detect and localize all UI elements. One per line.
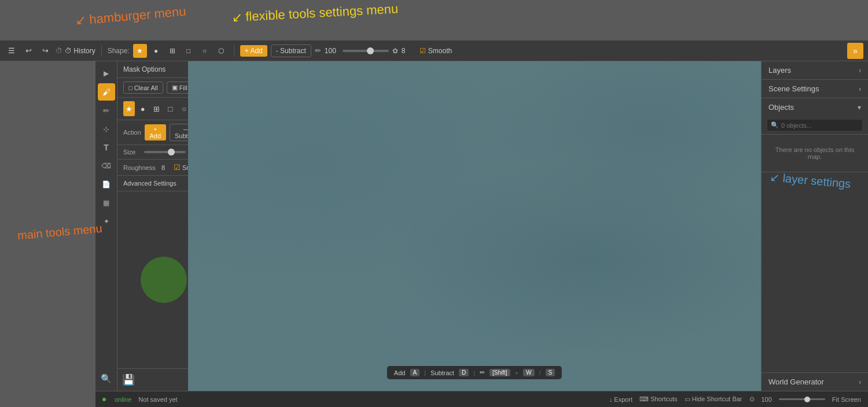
zoom-value: 100 — [762, 396, 772, 403]
stamp-tool-icon[interactable]: ⊹ — [98, 120, 115, 138]
canvas-area: Add A | Subtract D | ✏ [Shift] + W / S — [188, 61, 761, 391]
fit-screen-button[interactable]: Fit Screen — [832, 396, 861, 403]
grid-tool-icon[interactable]: ▦ — [98, 194, 115, 212]
objects-arrow: ▾ — [858, 103, 861, 112]
world-generator-arrow: › — [859, 378, 861, 386]
smooth-check-icon[interactable]: ☑ — [174, 163, 181, 172]
layers-header[interactable]: Layers › — [762, 61, 868, 79]
shape-hexagon-btn[interactable]: ⬡ — [214, 44, 228, 58]
layers-label: Layers — [768, 66, 791, 75]
search-icon: 🔍 — [771, 121, 779, 129]
objects-label: Objects — [768, 103, 794, 112]
advanced-label: Advanced Settings — [123, 180, 176, 187]
clear-all-label: Clear All — [134, 84, 158, 91]
brush-preview — [141, 257, 187, 303]
magic-tool-icon[interactable]: ✦ — [98, 213, 115, 230]
roughness-val: 8 — [161, 164, 170, 171]
action-label: Action — [123, 129, 141, 136]
shortcut-subtract-label: Subtract — [431, 369, 454, 376]
shortcuts-button[interactable]: ⌨ Shortcuts — [639, 395, 678, 403]
shortcut-shift-key: [Shift] — [490, 369, 510, 376]
zoom-icon: ⊙ — [749, 395, 755, 403]
right-panel: Layers › Scene Settings › Objects ▾ 🔍 Th… — [761, 61, 868, 391]
shape-star-btn[interactable]: ★ — [133, 44, 147, 58]
toolbar-right: » — [847, 43, 863, 59]
redo-button[interactable]: ↪ — [39, 45, 52, 57]
mask-options-label: Mask Options — [123, 65, 165, 73]
size-label: Size — [123, 149, 141, 156]
status-right: ↓ Export ⌨ Shortcuts ▭ Hide Shortcut Bar… — [609, 395, 861, 403]
not-saved-status: Not saved yet — [138, 396, 177, 403]
toolbar-subtract-button[interactable]: - Subtract — [271, 45, 311, 57]
panel-circle-btn[interactable]: ● — [137, 101, 149, 116]
shortcut-add-label: Add — [394, 369, 406, 376]
feather-icon: ✿ — [392, 47, 398, 55]
shape-label: Shape: — [108, 47, 130, 55]
scene-settings-label: Scene Settings — [768, 84, 819, 93]
panel-size-slider[interactable] — [144, 151, 186, 153]
roughness-label: Roughness — [123, 164, 158, 171]
save-button[interactable]: 💾 — [122, 373, 135, 386]
canvas-texture[interactable] — [188, 61, 761, 391]
layers-arrow: › — [859, 66, 861, 75]
paint-tool-icon[interactable]: 🖌 — [98, 83, 115, 101]
shortcut-s-key: S — [546, 369, 556, 376]
zoom-slider[interactable] — [779, 398, 825, 400]
toolbar-divider-1 — [101, 45, 102, 57]
right-panel-spacer — [762, 172, 868, 372]
zoom-thumb — [804, 397, 810, 402]
shape-tools: ★ ● ⊞ □ ○ ⬡ — [133, 44, 228, 58]
clear-all-button[interactable]: □ Clear All — [123, 82, 163, 94]
online-status: online — [115, 396, 131, 403]
file-tool-icon[interactable]: 📄 — [98, 176, 115, 193]
flexible-tools-annotation: ↙ flexible tools settings menu — [231, 1, 399, 25]
pencil-tool-icon[interactable]: ✏ — [98, 102, 115, 119]
history-label: ⏱ History — [65, 47, 95, 55]
status-bar: online Not saved yet ↓ Export ⌨ Shortcut… — [95, 391, 868, 407]
size-slider-thumb — [367, 47, 374, 54]
shape-oval-btn[interactable]: ○ — [198, 44, 212, 58]
shortcut-bar: Add A | Subtract D | ✏ [Shift] + W / S — [387, 366, 562, 379]
smooth-checkbox[interactable]: ☑ — [420, 47, 426, 55]
objects-header[interactable]: Objects ▾ — [762, 98, 868, 116]
hide-shortcut-button[interactable]: ▭ Hide Shortcut Bar — [685, 395, 742, 403]
toolbar-add-button[interactable]: + Add — [240, 45, 267, 57]
shape-square-btn[interactable]: □ — [182, 44, 196, 58]
panel-size-thumb — [168, 149, 175, 156]
panel-square-btn[interactable]: □ — [164, 101, 176, 116]
objects-search-area: 🔍 — [762, 116, 868, 135]
shortcut-add-key: A — [410, 369, 420, 376]
main-tools-annotation: main tools menu — [17, 222, 102, 243]
scene-settings-arrow: › — [859, 85, 861, 93]
shape-grid-btn[interactable]: ⊞ — [165, 44, 179, 58]
expand-button[interactable]: » — [847, 43, 863, 59]
zoom-tool-icon[interactable]: 🔍 — [98, 370, 115, 387]
search-input-wrap: 🔍 — [767, 120, 862, 131]
panel-star-btn[interactable]: ★ — [123, 101, 135, 116]
left-sidebar: ▶ 🖌 ✏ ⊹ T ⌫ 📄 ▦ ✦ 🔍 — [95, 61, 117, 391]
select-tool-icon[interactable]: ▶ — [98, 65, 115, 82]
world-generator-label: World Generator — [768, 378, 824, 386]
objects-section: Objects ▾ 🔍 There are no objects on this… — [762, 98, 868, 172]
eraser-tool-icon[interactable]: ⌫ — [98, 157, 115, 175]
fill-icon: ▣ — [172, 84, 178, 91]
size-slider[interactable] — [343, 50, 389, 52]
panel-grid-btn[interactable]: ⊞ — [151, 101, 163, 116]
layers-section: Layers › — [762, 61, 868, 80]
shortcut-subtract-key: D — [459, 369, 469, 376]
export-button[interactable]: ↓ Export — [609, 396, 632, 403]
text-tool-icon[interactable]: T — [98, 139, 115, 156]
hamburger-button[interactable]: ☰ — [5, 45, 19, 57]
world-generator-header[interactable]: World Generator › — [762, 373, 868, 391]
no-objects-message: There are no objects on this map. — [762, 135, 868, 172]
scene-settings-section: Scene Settings › — [762, 80, 868, 98]
panel-add-button[interactable]: + Add — [145, 124, 166, 140]
undo-button[interactable]: ↩ — [22, 45, 35, 57]
world-generator-section: World Generator › — [762, 372, 868, 391]
status-dot — [102, 398, 106, 401]
history-indicator: ⏱ ⏱ History — [56, 47, 95, 55]
objects-search-input[interactable] — [781, 122, 861, 129]
clear-icon: □ — [128, 84, 133, 91]
shape-circle-btn[interactable]: ● — [149, 44, 163, 58]
scene-settings-header[interactable]: Scene Settings › — [762, 80, 868, 98]
